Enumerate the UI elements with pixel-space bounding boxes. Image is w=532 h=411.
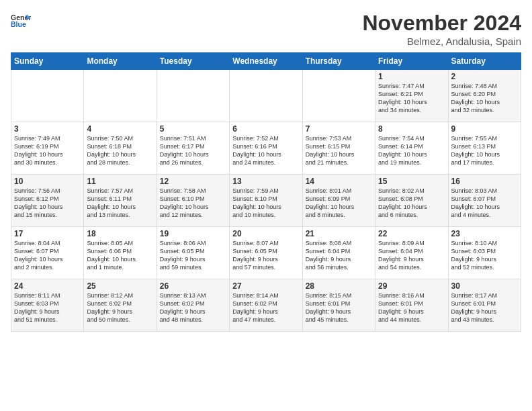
day-number: 19 [160,229,226,238]
day-detail: Sunrise: 8:16 AM Sunset: 6:01 PM Dayligh… [378,291,445,324]
calendar-week-4: 17Sunrise: 8:04 AM Sunset: 6:07 PM Dayli… [11,227,521,279]
day-detail: Sunrise: 8:04 AM Sunset: 6:07 PM Dayligh… [14,239,81,272]
calendar-cell-2-3: 5Sunrise: 7:51 AM Sunset: 6:17 PM Daylig… [157,122,229,175]
location: Belmez, Andalusia, Spain [362,36,521,47]
calendar-cell-3-5: 14Sunrise: 8:01 AM Sunset: 6:09 PM Dayli… [302,175,375,227]
calendar-cell-2-7: 9Sunrise: 7:55 AM Sunset: 6:13 PM Daylig… [448,122,521,175]
day-detail: Sunrise: 7:48 AM Sunset: 6:20 PM Dayligh… [451,82,518,115]
col-tuesday: Tuesday [157,53,229,70]
calendar-cell-4-7: 23Sunrise: 8:10 AM Sunset: 6:03 PM Dayli… [448,227,521,279]
day-detail: Sunrise: 8:15 AM Sunset: 6:01 PM Dayligh… [306,291,372,324]
calendar-cell-1-5 [302,70,375,122]
col-monday: Monday [84,53,157,70]
calendar-cell-3-1: 10Sunrise: 7:56 AM Sunset: 6:12 PM Dayli… [11,175,84,227]
calendar-cell-5-4: 27Sunrise: 8:14 AM Sunset: 6:02 PM Dayli… [230,279,302,332]
day-number: 16 [451,177,518,186]
calendar-cell-3-2: 11Sunrise: 7:57 AM Sunset: 6:11 PM Dayli… [84,175,157,227]
day-detail: Sunrise: 8:14 AM Sunset: 6:02 PM Dayligh… [232,291,299,324]
calendar-cell-1-2 [84,70,157,122]
day-detail: Sunrise: 8:05 AM Sunset: 6:06 PM Dayligh… [87,239,153,272]
day-detail: Sunrise: 8:08 AM Sunset: 6:04 PM Dayligh… [306,239,372,272]
calendar-cell-1-6: 1Sunrise: 7:47 AM Sunset: 6:21 PM Daylig… [375,70,448,122]
calendar-week-1: 1Sunrise: 7:47 AM Sunset: 6:21 PM Daylig… [11,70,521,122]
day-number: 13 [232,177,299,186]
day-number: 9 [451,124,518,134]
calendar-cell-5-1: 24Sunrise: 8:11 AM Sunset: 6:03 PM Dayli… [11,279,84,332]
day-detail: Sunrise: 8:09 AM Sunset: 6:04 PM Dayligh… [378,239,445,272]
logo: General Blue [11,11,31,31]
calendar-cell-4-3: 19Sunrise: 8:06 AM Sunset: 6:05 PM Dayli… [157,227,229,279]
day-detail: Sunrise: 8:01 AM Sunset: 6:09 PM Dayligh… [306,187,372,220]
calendar-cell-4-5: 21Sunrise: 8:08 AM Sunset: 6:04 PM Dayli… [302,227,375,279]
day-number: 5 [160,124,226,134]
day-number: 23 [451,229,518,238]
day-detail: Sunrise: 8:03 AM Sunset: 6:07 PM Dayligh… [451,187,518,220]
day-number: 6 [232,124,299,134]
calendar-week-5: 24Sunrise: 8:11 AM Sunset: 6:03 PM Dayli… [11,279,521,332]
calendar-table: Sunday Monday Tuesday Wednesday Thursday… [11,52,521,332]
calendar-cell-3-7: 16Sunrise: 8:03 AM Sunset: 6:07 PM Dayli… [448,175,521,227]
day-number: 1 [378,72,445,81]
calendar-cell-5-6: 29Sunrise: 8:16 AM Sunset: 6:01 PM Dayli… [375,279,448,332]
day-number: 4 [87,124,153,134]
calendar-cell-2-4: 6Sunrise: 7:52 AM Sunset: 6:16 PM Daylig… [230,122,302,175]
title-block: November 2024 Belmez, Andalusia, Spain [362,11,521,47]
day-number: 15 [378,177,445,186]
calendar-week-3: 10Sunrise: 7:56 AM Sunset: 6:12 PM Dayli… [11,175,521,227]
day-detail: Sunrise: 8:06 AM Sunset: 6:05 PM Dayligh… [160,239,226,272]
day-number: 2 [451,72,518,81]
day-number: 3 [14,124,81,134]
calendar-cell-2-1: 3Sunrise: 7:49 AM Sunset: 6:19 PM Daylig… [11,122,84,175]
day-number: 17 [14,229,81,238]
header: General Blue November 2024 Belmez, Andal… [11,11,521,47]
day-number: 12 [160,177,226,186]
day-detail: Sunrise: 7:58 AM Sunset: 6:10 PM Dayligh… [160,187,226,220]
day-number: 21 [306,229,372,238]
header-row: Sunday Monday Tuesday Wednesday Thursday… [11,53,521,70]
calendar-cell-5-5: 28Sunrise: 8:15 AM Sunset: 6:01 PM Dayli… [302,279,375,332]
calendar-cell-4-4: 20Sunrise: 8:07 AM Sunset: 6:05 PM Dayli… [230,227,302,279]
logo-icon: General Blue [11,11,31,31]
day-number: 27 [232,281,299,291]
col-friday: Friday [375,53,448,70]
day-detail: Sunrise: 8:11 AM Sunset: 6:03 PM Dayligh… [14,291,81,324]
day-detail: Sunrise: 7:57 AM Sunset: 6:11 PM Dayligh… [87,187,153,220]
day-number: 24 [14,281,81,291]
col-saturday: Saturday [448,53,521,70]
day-number: 30 [451,281,518,291]
calendar-cell-1-1 [11,70,84,122]
day-detail: Sunrise: 8:12 AM Sunset: 6:02 PM Dayligh… [87,291,153,324]
calendar-cell-5-7: 30Sunrise: 8:17 AM Sunset: 6:01 PM Dayli… [448,279,521,332]
day-number: 26 [160,281,226,291]
day-detail: Sunrise: 7:55 AM Sunset: 6:13 PM Dayligh… [451,134,518,167]
day-detail: Sunrise: 7:47 AM Sunset: 6:21 PM Dayligh… [378,82,445,115]
day-number: 25 [87,281,153,291]
calendar-cell-3-4: 13Sunrise: 7:59 AM Sunset: 6:10 PM Dayli… [230,175,302,227]
day-detail: Sunrise: 8:13 AM Sunset: 6:02 PM Dayligh… [160,291,226,324]
day-number: 8 [378,124,445,134]
day-number: 29 [378,281,445,291]
svg-text:Blue: Blue [11,20,26,28]
calendar-cell-1-4 [230,70,302,122]
day-detail: Sunrise: 7:53 AM Sunset: 6:15 PM Dayligh… [306,134,372,167]
calendar-cell-1-3 [157,70,229,122]
calendar-cell-2-2: 4Sunrise: 7:50 AM Sunset: 6:18 PM Daylig… [84,122,157,175]
day-detail: Sunrise: 8:10 AM Sunset: 6:03 PM Dayligh… [451,239,518,272]
day-number: 18 [87,229,153,238]
day-detail: Sunrise: 7:54 AM Sunset: 6:14 PM Dayligh… [378,134,445,167]
col-wednesday: Wednesday [230,53,302,70]
calendar-cell-3-6: 15Sunrise: 8:02 AM Sunset: 6:08 PM Dayli… [375,175,448,227]
day-detail: Sunrise: 7:50 AM Sunset: 6:18 PM Dayligh… [87,134,153,167]
day-detail: Sunrise: 7:51 AM Sunset: 6:17 PM Dayligh… [160,134,226,167]
day-number: 20 [232,229,299,238]
day-number: 14 [306,177,372,186]
calendar-cell-2-5: 7Sunrise: 7:53 AM Sunset: 6:15 PM Daylig… [302,122,375,175]
day-detail: Sunrise: 7:49 AM Sunset: 6:19 PM Dayligh… [14,134,81,167]
calendar-cell-4-6: 22Sunrise: 8:09 AM Sunset: 6:04 PM Dayli… [375,227,448,279]
day-detail: Sunrise: 8:02 AM Sunset: 6:08 PM Dayligh… [378,187,445,220]
col-sunday: Sunday [11,53,84,70]
calendar-cell-1-7: 2Sunrise: 7:48 AM Sunset: 6:20 PM Daylig… [448,70,521,122]
day-number: 10 [14,177,81,186]
page-container: General Blue November 2024 Belmez, Andal… [0,0,532,337]
day-detail: Sunrise: 8:07 AM Sunset: 6:05 PM Dayligh… [232,239,299,272]
